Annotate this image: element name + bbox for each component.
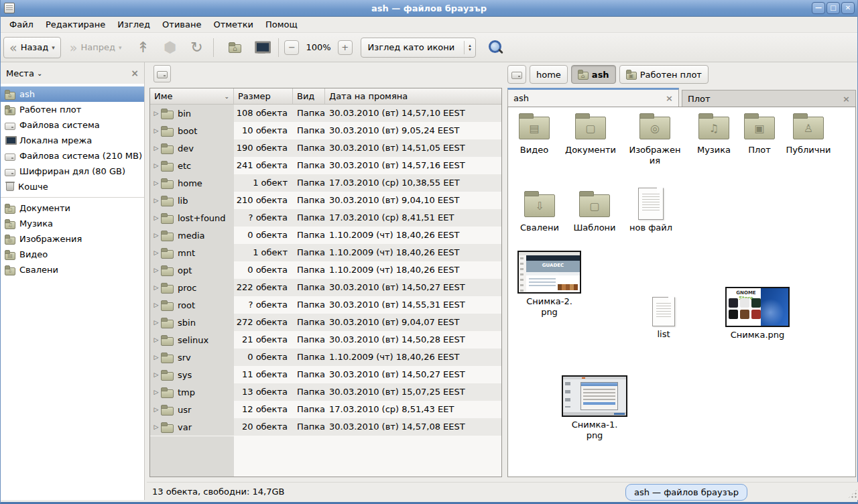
sidebar-item-documents[interactable]: ▢ Документи [1, 200, 144, 216]
tab-close-icon[interactable]: × [843, 94, 850, 104]
table-row[interactable]: ▷ tmp 13 обекта Папка 30.03.2010 (вт) 15… [150, 383, 501, 401]
expander-icon[interactable]: ▷ [151, 336, 161, 343]
forward-button[interactable]: » Напред ▾ [64, 37, 128, 58]
sidebar-close-icon[interactable]: × [131, 68, 139, 78]
sidebar-item-network[interactable]: Локална мрежа [1, 133, 144, 148]
table-row[interactable]: ▷ lost+found ? обекта Папка 17.03.2010 (… [150, 209, 501, 227]
minimize-button[interactable]: — [812, 2, 825, 14]
home-button[interactable]: ⌂ [223, 37, 246, 58]
expander-icon[interactable]: ▷ [151, 214, 161, 221]
table-row[interactable]: ▷ lib 210 обекта Папка 30.03.2010 (вт) 9… [150, 192, 501, 209]
expander-icon[interactable]: ▷ [151, 371, 161, 378]
menu-go[interactable]: Отиване [156, 17, 207, 32]
expander-icon[interactable]: ▷ [151, 110, 161, 117]
maximize-button[interactable]: □ [826, 2, 840, 14]
expander-icon[interactable]: ▷ [151, 406, 161, 413]
sidebar-item-encrypted[interactable]: Шифриран дял (80 GB) [1, 164, 144, 179]
table-row[interactable]: ▷ sys 11 обекта Папка 30.03.2010 (вт) 14… [150, 366, 501, 383]
root-drive-button[interactable] [154, 65, 171, 82]
table-row[interactable]: ▷ root ? обекта Папка 30.03.2010 (вт) 14… [150, 296, 501, 314]
menu-file[interactable]: Файл [3, 17, 40, 32]
path-root-button[interactable] [507, 65, 526, 84]
folder-item-templates[interactable]: ▢ Шаблони [566, 189, 623, 233]
sidebar-item-filesystem[interactable]: Файлова система [1, 117, 144, 133]
sidebar-item-videos[interactable]: ▤ Видео [1, 247, 144, 262]
menu-help[interactable]: Помощ [259, 17, 304, 32]
table-row[interactable]: ▷ boot 10 обекта Папка 30.03.2010 (вт) 9… [150, 122, 501, 139]
table-row[interactable]: ▷ proc 222 обекта Папка 30.03.2010 (вт) … [150, 279, 501, 296]
expander-icon[interactable]: ▷ [151, 145, 161, 151]
expander-icon[interactable]: ▷ [151, 162, 161, 169]
expander-icon[interactable]: ▷ [151, 424, 161, 430]
taskbar-button[interactable]: ash — файлов браузър [625, 484, 747, 501]
stop-button[interactable]: ⬢ [158, 37, 181, 58]
search-button[interactable] [485, 38, 505, 58]
close-button[interactable]: ✕ [841, 2, 855, 14]
expander-icon[interactable]: ▷ [151, 127, 161, 134]
table-row[interactable]: ▷ srv 0 обекта Папка 1.10.2009 (чт) 18,4… [150, 349, 501, 366]
column-header-name[interactable]: Име⌄ [150, 88, 234, 104]
zoom-out-button[interactable]: − [284, 40, 299, 55]
menu-edit[interactable]: Редактиране [40, 17, 111, 32]
folder-item-public[interactable]: ♙ Публични [780, 111, 837, 155]
table-row[interactable]: ▷ opt 0 обекта Папка 1.10.2009 (чт) 18,4… [150, 261, 501, 279]
expander-icon[interactable]: ▷ [151, 284, 161, 291]
chevron-down-icon[interactable]: ▾ [52, 44, 55, 51]
table-row[interactable]: ▷ usr 12 обекта Папка 17.03.2010 (ср) 8,… [150, 401, 501, 418]
file-item-snimka1[interactable]: Снимка-1.png [560, 375, 629, 441]
titlebar[interactable]: ash — файлов браузър — □ ✕ [1, 0, 857, 17]
back-button[interactable]: « Назад ▾ [3, 37, 61, 58]
reload-button[interactable]: ↻ [185, 37, 208, 58]
column-header-type[interactable]: Вид [293, 88, 325, 104]
view-mode-select[interactable]: Изглед като икони ▴▾ [361, 38, 476, 58]
tab-ash[interactable]: ash × [507, 88, 679, 107]
sidebar-item-music[interactable]: ♫ Музика [1, 216, 144, 231]
folder-item-pictures[interactable]: ◎ Изображения [628, 111, 682, 166]
up-button[interactable]: ↟ [131, 37, 154, 58]
file-item-snimka[interactable]: GNOME Store Снимка.png [724, 287, 791, 340]
expander-icon[interactable]: ▷ [151, 232, 161, 239]
expander-icon[interactable]: ▷ [151, 249, 161, 256]
expander-icon[interactable]: ▷ [151, 389, 161, 395]
sidebar-title[interactable]: Места [6, 68, 34, 78]
path-ash-button[interactable]: ⌂ ash [571, 65, 616, 84]
table-row[interactable]: ▷ bin 108 обекта Папка 30.03.2010 (вт) 1… [150, 105, 501, 122]
menu-view[interactable]: Изглед [111, 17, 156, 32]
sidebar-item-filesystem-210mb[interactable]: Файлова система (210 MB) [1, 148, 144, 164]
file-item-snimka2[interactable]: GUADEC Снимка-2.png [516, 251, 583, 318]
table-row[interactable]: ▷ var 20 обекта Папка 30.03.2010 (вт) 14… [150, 418, 501, 436]
column-header-size[interactable]: Размер [234, 88, 293, 104]
expander-icon[interactable]: ▷ [151, 267, 161, 273]
expander-icon[interactable]: ▷ [151, 197, 161, 204]
tab-close-icon[interactable]: × [666, 93, 673, 103]
table-row[interactable]: ▷ mnt 1 обект Папка 1.10.2009 (чт) 18,40… [150, 244, 501, 261]
table-row[interactable]: ▷ home 1 обект Папка 17.03.2010 (ср) 10,… [150, 174, 501, 192]
table-row[interactable]: ▷ dev 190 обекта Папка 30.03.2010 (вт) 1… [150, 139, 501, 157]
expander-icon[interactable]: ▷ [151, 180, 161, 186]
table-row[interactable]: ▷ etc 241 обекта Папка 30.03.2010 (вт) 1… [150, 157, 501, 174]
tab-plot[interactable]: Плот × [682, 90, 856, 107]
expander-icon[interactable]: ▷ [151, 319, 161, 326]
table-row[interactable]: ▷ selinux 21 обекта Папка 30.03.2010 (вт… [150, 331, 501, 349]
sidebar-item-trash[interactable]: Кошче [1, 179, 144, 194]
expander-icon[interactable]: ▷ [151, 302, 161, 308]
file-item-new-file[interactable]: нов файл [622, 188, 680, 233]
table-row[interactable]: ▷ sbin 272 обекта Папка 30.03.2010 (вт) … [150, 314, 501, 331]
folder-item-documents[interactable]: ▢ Документи [562, 111, 619, 155]
computer-button[interactable] [250, 37, 273, 58]
sidebar-item-ash[interactable]: ⌂ ash [1, 86, 144, 102]
icon-view[interactable]: ▤ Видео ▢ Документи ◎ Изображения ♫ Музи… [507, 107, 856, 477]
column-header-date[interactable]: Дата на промяна [325, 88, 501, 104]
sidebar-item-pictures[interactable]: ◎ Изображения [1, 231, 144, 247]
expander-icon[interactable]: ▷ [151, 354, 161, 361]
menu-bookmarks[interactable]: Отметки [207, 17, 259, 32]
zoom-in-button[interactable]: + [338, 40, 353, 55]
folder-item-videos[interactable]: ▤ Видео [505, 111, 563, 155]
sidebar-item-downloads[interactable]: ⇩ Свалени [1, 262, 144, 277]
path-home-button[interactable]: home [530, 65, 568, 84]
folder-item-downloads[interactable]: ⇩ Свалени [511, 189, 568, 233]
chevron-down-icon[interactable]: ⌄ [37, 70, 42, 77]
path-desktop-button[interactable]: ▣ Работен плот [619, 65, 709, 84]
file-item-list[interactable]: list [644, 297, 684, 340]
table-row[interactable]: ▷ media 0 обекта Папка 1.10.2009 (чт) 18… [150, 227, 501, 244]
